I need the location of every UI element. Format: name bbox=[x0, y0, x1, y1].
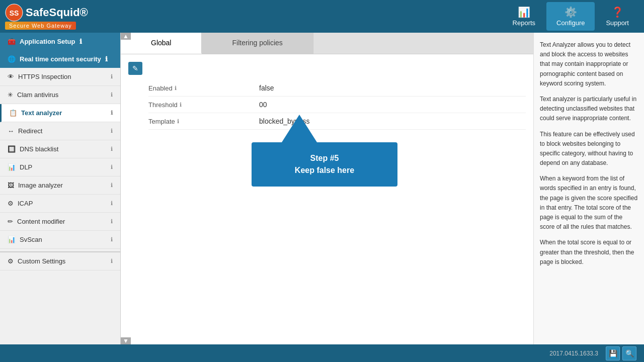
nav-reports[interactable]: 📊 Reports bbox=[503, 2, 546, 31]
clam-icon: ✳ bbox=[8, 91, 13, 99]
app-setup-label: Application Setup bbox=[20, 38, 75, 45]
sidebar-item-dlp[interactable]: 📊 DLP ℹ bbox=[0, 158, 120, 176]
text-analyzer-label: Text analyzer bbox=[21, 109, 62, 117]
sidebar-item-icap[interactable]: ⚙ ICAP ℹ bbox=[0, 195, 120, 213]
form-content: ✎ Enabled ℹ false Threshold ℹ 00 Templat… bbox=[121, 54, 533, 344]
sidebar-item-custom-settings[interactable]: ⚙ Custom Settings ℹ bbox=[0, 252, 120, 270]
footer: 2017.0415.1633.3 💾 🔍 bbox=[0, 344, 644, 362]
reports-icon: 📊 bbox=[518, 6, 530, 18]
edit-button[interactable]: ✎ bbox=[128, 62, 142, 75]
callout-wrapper: Step #5 Keep false here bbox=[252, 115, 397, 187]
right-panel-p4: When a keyword from the list of words sp… bbox=[540, 174, 638, 232]
template-info-icon: ℹ bbox=[177, 118, 179, 125]
svscan-icon: 📊 bbox=[8, 236, 16, 243]
custom-settings-label: Custom Settings bbox=[18, 257, 65, 265]
nav-configure[interactable]: ⚙️ Configure bbox=[546, 2, 595, 31]
app-setup-icon: 🧰 bbox=[8, 38, 16, 45]
right-panel-p3: This feature can be effectively used to … bbox=[540, 130, 638, 168]
logo-title: SS SafeSquid® bbox=[5, 4, 88, 22]
enabled-label: Enabled ℹ bbox=[148, 84, 259, 92]
callout-box: Step #5 Keep false here bbox=[252, 142, 397, 187]
sidebar-item-content-modifier[interactable]: ✏ Content modifier ℹ bbox=[0, 213, 120, 231]
content-modifier-label: Content modifier bbox=[17, 218, 65, 225]
right-panel-p1: Text Analyzer allows you to detect and b… bbox=[540, 40, 638, 88]
sidebar-section-realtime[interactable]: 🌐 Real time content security ℹ bbox=[0, 50, 120, 68]
footer-timestamp: 2017.0415.1633.3 bbox=[549, 350, 598, 357]
sidebar-item-image-analyzer[interactable]: 🖼 Image analyzer ℹ bbox=[0, 176, 120, 195]
redirect-label: Redirect bbox=[18, 127, 42, 135]
realtime-info-icon: ℹ bbox=[105, 55, 108, 63]
sidebar-item-svscan[interactable]: 📊 SvScan ℹ bbox=[0, 231, 120, 249]
sidebar-item-redirect[interactable]: ↔ Redirect ℹ bbox=[0, 122, 120, 140]
configure-label: Configure bbox=[556, 19, 585, 27]
icap-label: ICAP bbox=[18, 200, 33, 207]
redirect-info-icon: ℹ bbox=[111, 128, 113, 134]
icap-icon: ⚙ bbox=[8, 200, 14, 207]
support-icon: ❓ bbox=[611, 6, 624, 18]
clam-info-icon: ℹ bbox=[111, 92, 113, 98]
sidebar-item-text-analyzer[interactable]: 📋 Text analyzer ℹ bbox=[0, 104, 120, 122]
svg-text:SS: SS bbox=[10, 9, 19, 17]
svscan-label: SvScan bbox=[20, 236, 42, 243]
custom-settings-icon: ⚙ bbox=[8, 257, 14, 265]
clam-label: Clam antivirus bbox=[17, 91, 58, 99]
logo-text: SafeSquid® bbox=[26, 6, 88, 19]
search-button[interactable]: 🔍 bbox=[622, 346, 636, 360]
scroll-up-button[interactable]: ▲ bbox=[121, 33, 131, 40]
callout-line1: Step #5 bbox=[267, 152, 382, 164]
logo-icon: SS bbox=[5, 4, 23, 22]
threshold-info-icon: ℹ bbox=[180, 102, 182, 108]
content-modifier-info-icon: ℹ bbox=[111, 218, 113, 225]
tab-filtering-policies[interactable]: Filtering policies bbox=[202, 33, 313, 54]
app-setup-info-icon: ℹ bbox=[79, 38, 82, 45]
image-analyzer-info-icon: ℹ bbox=[111, 182, 113, 189]
search-icon: 🔍 bbox=[625, 349, 634, 357]
https-info-icon: ℹ bbox=[111, 73, 113, 80]
tabs-bar: ▲ Global Filtering policies bbox=[121, 33, 533, 54]
right-panel-p5: When the total score is equal to or grea… bbox=[540, 238, 638, 267]
image-analyzer-label: Image analyzer bbox=[18, 182, 63, 189]
header: SS SafeSquid® Secure Web Gateway 📊 Repor… bbox=[0, 0, 644, 33]
nav-buttons: 📊 Reports ⚙️ Configure ❓ Support bbox=[503, 2, 639, 31]
support-label: Support bbox=[606, 19, 629, 27]
text-analyzer-icon: 📋 bbox=[9, 109, 17, 117]
https-label: HTTPS Inspection bbox=[18, 73, 71, 80]
save-button[interactable]: 💾 bbox=[606, 346, 620, 360]
configure-icon: ⚙️ bbox=[565, 6, 577, 18]
text-analyzer-info-icon: ℹ bbox=[111, 110, 113, 116]
enabled-info-icon: ℹ bbox=[175, 85, 177, 92]
tab-global[interactable]: Global bbox=[121, 33, 202, 54]
https-icon: 👁 bbox=[8, 73, 14, 80]
dns-info-icon: ℹ bbox=[111, 146, 113, 152]
threshold-label: Threshold ℹ bbox=[148, 101, 259, 109]
right-panel-p2: Text analyzer is particularly useful in … bbox=[540, 95, 638, 124]
realtime-icon: 🌐 bbox=[8, 55, 16, 63]
dlp-label: DLP bbox=[20, 163, 32, 171]
enabled-value: false bbox=[259, 84, 526, 92]
sidebar: 🧰 Application Setup ℹ 🌐 Real time conten… bbox=[0, 33, 121, 344]
realtime-label: Real time content security bbox=[20, 55, 101, 63]
sidebar-item-dns-blacklist[interactable]: 🔲 DNS blacklist ℹ bbox=[0, 140, 120, 158]
reports-label: Reports bbox=[513, 19, 536, 27]
sidebar-section-application-setup[interactable]: 🧰 Application Setup ℹ bbox=[0, 33, 120, 50]
dlp-info-icon: ℹ bbox=[111, 164, 113, 170]
logo-area: SS SafeSquid® Secure Web Gateway bbox=[5, 4, 88, 30]
sidebar-item-https-inspection[interactable]: 👁 HTTPS Inspection ℹ bbox=[0, 68, 120, 86]
main-layout: 🧰 Application Setup ℹ 🌐 Real time conten… bbox=[0, 33, 644, 344]
svscan-info-icon: ℹ bbox=[111, 236, 113, 243]
dns-icon: 🔲 bbox=[8, 145, 16, 153]
sidebar-item-clam-antivirus[interactable]: ✳ Clam antivirus ℹ bbox=[0, 86, 120, 104]
redirect-icon: ↔ bbox=[8, 127, 14, 135]
field-row-enabled: Enabled ℹ false bbox=[148, 80, 526, 97]
content-modifier-icon: ✏ bbox=[8, 218, 13, 225]
dns-label: DNS blacklist bbox=[20, 145, 58, 153]
custom-settings-info-icon: ℹ bbox=[111, 258, 113, 264]
nav-support[interactable]: ❓ Support bbox=[596, 2, 639, 31]
right-panel: Text Analyzer allows you to detect and b… bbox=[533, 33, 644, 344]
field-row-threshold: Threshold ℹ 00 bbox=[148, 97, 526, 113]
template-label: Template ℹ bbox=[148, 118, 259, 125]
logo-subtitle: Secure Web Gateway bbox=[5, 22, 76, 30]
dlp-icon: 📊 bbox=[8, 163, 16, 171]
save-icon: 💾 bbox=[609, 349, 617, 357]
scroll-down-button[interactable]: ▼ bbox=[121, 337, 131, 344]
